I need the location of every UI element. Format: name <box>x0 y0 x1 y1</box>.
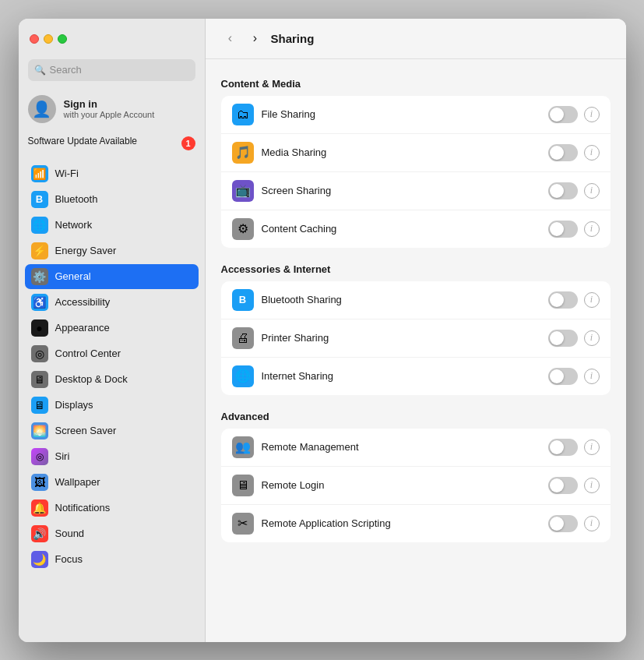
bluetooth-sharing-icon: B <box>232 289 254 311</box>
remote-login-controls: i <box>548 477 600 494</box>
bluetooth-sharing-controls: i <box>548 291 600 309</box>
sign-in-section[interactable]: 👤 Sign in with your Apple Account <box>19 89 205 132</box>
sidebar-item-network[interactable]: 🌐 Network <box>25 213 199 238</box>
wifi-icon: 📶 <box>31 165 48 182</box>
printer-sharing-controls: i <box>548 330 600 347</box>
sidebar-item-screen-saver[interactable]: 🌅 Screen Saver <box>25 418 199 443</box>
sidebar-label-notifications: Notifications <box>55 502 111 514</box>
remote-login-info-button[interactable]: i <box>584 478 600 493</box>
siri-icon: ◎ <box>31 448 48 465</box>
media-sharing-info-button[interactable]: i <box>584 145 600 161</box>
page-title: Sharing <box>271 32 315 45</box>
settings-group-accessories: B Bluetooth Sharing i 🖨 Printer Sharing … <box>221 281 611 395</box>
main-content: Content & Media 🗂 File Sharing i 🎵 Media… <box>206 59 626 642</box>
sidebar-item-notifications[interactable]: 🔔 Notifications <box>25 496 199 521</box>
sidebar-item-wallpaper[interactable]: 🖼 Wallpaper <box>25 470 199 495</box>
sidebar-label-energy-saver: Energy Saver <box>55 245 117 256</box>
setting-row-media-sharing: 🎵 Media Sharing i <box>221 134 611 172</box>
file-sharing-info-button[interactable]: i <box>584 107 600 122</box>
sidebar-item-bluetooth[interactable]: B Bluetooth <box>25 187 199 212</box>
energy-saver-icon: ⚡ <box>31 242 48 259</box>
main-header: ‹ › Sharing <box>206 19 626 59</box>
section-title-advanced: Advanced <box>221 411 611 422</box>
media-sharing-toggle[interactable] <box>548 144 578 161</box>
displays-icon: 🖥 <box>31 397 48 414</box>
main-panel: ‹ › Sharing Content & Media 🗂 File Shari… <box>206 19 626 642</box>
remote-management-label: Remote Management <box>262 441 540 453</box>
close-button[interactable] <box>30 34 39 44</box>
printer-sharing-icon: 🖨 <box>232 327 254 349</box>
bluetooth-icon: B <box>31 191 48 208</box>
screen-sharing-toggle[interactable] <box>548 182 578 199</box>
forward-button[interactable]: › <box>246 29 265 48</box>
internet-sharing-toggle[interactable] <box>548 368 578 385</box>
system-preferences-window: 🔍 Search 👤 Sign in with your Apple Accou… <box>19 19 626 642</box>
network-icon: 🌐 <box>31 217 48 234</box>
sidebar-item-general[interactable]: ⚙️ General <box>25 264 199 289</box>
setting-row-printer-sharing: 🖨 Printer Sharing i <box>221 319 611 358</box>
remote-management-info-button[interactable]: i <box>584 439 600 455</box>
remote-login-label: Remote Login <box>262 479 540 491</box>
focus-icon: 🌙 <box>31 551 48 568</box>
file-sharing-label: File Sharing <box>262 108 540 120</box>
sidebar-label-accessibility: Accessibility <box>55 296 111 308</box>
section-title-content-media: Content & Media <box>221 78 611 90</box>
sidebar-label-desktop-dock: Desktop & Dock <box>55 373 128 385</box>
media-sharing-label: Media Sharing <box>262 146 540 158</box>
remote-management-toggle[interactable] <box>548 439 578 456</box>
appearance-icon: ● <box>31 319 48 337</box>
sidebar-item-appearance[interactable]: ● Appearance <box>25 316 199 341</box>
general-icon: ⚙️ <box>31 268 48 285</box>
remote-app-scripting-info-button[interactable]: i <box>584 516 600 531</box>
sidebar-item-wifi[interactable]: 📶 Wi-Fi <box>25 161 199 186</box>
bluetooth-sharing-label: Bluetooth Sharing <box>262 294 540 305</box>
sidebar-item-focus[interactable]: 🌙 Focus <box>25 547 199 572</box>
back-button[interactable]: ‹ <box>221 29 240 48</box>
setting-row-remote-app-scripting: ✂ Remote Application Scripting i <box>221 505 611 542</box>
sidebar-label-displays: Displays <box>55 399 93 411</box>
content-caching-info-button[interactable]: i <box>584 221 600 237</box>
software-update-row[interactable]: Software Update Available 1 <box>19 132 205 158</box>
sidebar-label-wifi: Wi-Fi <box>55 168 79 179</box>
remote-app-scripting-icon: ✂ <box>232 513 254 535</box>
printer-sharing-toggle[interactable] <box>548 330 578 347</box>
setting-row-screen-sharing: 📺 Screen Sharing i <box>221 172 611 210</box>
file-sharing-toggle[interactable] <box>548 106 578 123</box>
accessibility-icon: ♿ <box>31 294 48 311</box>
maximize-button[interactable] <box>58 34 67 44</box>
sidebar-item-accessibility[interactable]: ♿ Accessibility <box>25 290 199 315</box>
sidebar-item-displays[interactable]: 🖥 Displays <box>25 393 199 418</box>
internet-sharing-info-button[interactable]: i <box>584 369 600 384</box>
sidebar-label-screen-saver: Screen Saver <box>55 425 117 436</box>
content-caching-toggle[interactable] <box>548 221 578 238</box>
screen-sharing-controls: i <box>548 182 600 199</box>
remote-login-toggle[interactable] <box>548 477 578 494</box>
minimize-button[interactable] <box>44 34 53 44</box>
desktop-dock-icon: 🖥 <box>31 371 48 388</box>
person-icon: 👤 <box>32 100 51 118</box>
sound-icon: 🔊 <box>31 525 48 542</box>
bluetooth-sharing-toggle[interactable] <box>548 291 578 309</box>
sidebar-label-siri: Siri <box>55 450 70 462</box>
sidebar-label-general: General <box>55 270 91 282</box>
sign-in-subtitle: with your Apple Account <box>64 110 155 119</box>
bluetooth-sharing-info-button[interactable]: i <box>584 292 600 308</box>
remote-management-icon: 👥 <box>232 436 254 458</box>
settings-group-advanced: 👥 Remote Management i 🖥 Remote Login i <box>221 429 611 542</box>
search-bar[interactable]: 🔍 Search <box>28 59 195 81</box>
sidebar-item-control-center[interactable]: ◎ Control Center <box>25 341 199 366</box>
setting-row-internet-sharing: 🌐 Internet Sharing i <box>221 358 611 395</box>
titlebar <box>19 19 205 59</box>
sidebar-item-sound[interactable]: 🔊 Sound <box>25 521 199 546</box>
screen-sharing-info-button[interactable]: i <box>584 183 600 199</box>
sidebar-item-desktop-dock[interactable]: 🖥 Desktop & Dock <box>25 367 199 392</box>
printer-sharing-info-button[interactable]: i <box>584 330 600 346</box>
remote-app-scripting-toggle[interactable] <box>548 515 578 532</box>
sidebar: 🔍 Search 👤 Sign in with your Apple Accou… <box>19 19 206 642</box>
sidebar-label-sound: Sound <box>55 528 85 539</box>
internet-sharing-icon: 🌐 <box>232 365 254 387</box>
screen-sharing-label: Screen Sharing <box>262 185 540 196</box>
setting-row-bluetooth-sharing: B Bluetooth Sharing i <box>221 281 611 319</box>
sidebar-item-siri[interactable]: ◎ Siri <box>25 444 199 469</box>
sidebar-item-energy-saver[interactable]: ⚡ Energy Saver <box>25 238 199 263</box>
